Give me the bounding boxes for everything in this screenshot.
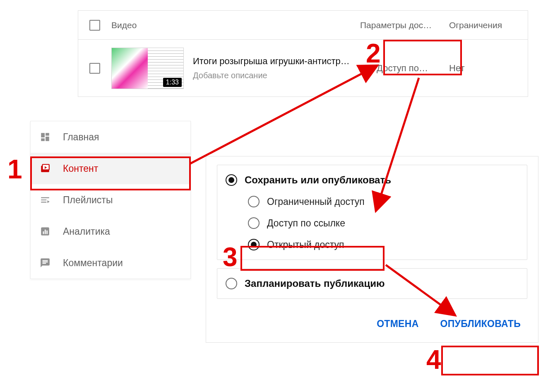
video-title[interactable]: Итоги розыгрыша игрушки-антистр… <box>193 56 350 67</box>
sidebar-item-content[interactable]: Контент <box>31 153 190 184</box>
radio-label: Сохранить или опубликовать <box>245 174 391 186</box>
row-checkbox-cell <box>78 63 111 74</box>
row-access-cell[interactable]: Доступ по… <box>360 63 449 74</box>
content-icon <box>40 163 50 174</box>
radio-save-publish[interactable]: Сохранить или опубликовать <box>226 174 519 186</box>
sidebar-item-label: Комментарии <box>63 257 123 269</box>
table-header-row: Видео Параметры дос… Ограничения <box>78 11 528 40</box>
row-checkbox[interactable] <box>89 63 100 74</box>
visibility-dialog: Сохранить или опубликовать Ограниченный … <box>206 156 538 343</box>
radio-icon <box>248 217 260 229</box>
sidebar-item-label: Аналитика <box>63 226 110 237</box>
video-thumbnail[interactable]: 1:33 <box>111 48 184 89</box>
header-checkbox-cell <box>78 20 111 31</box>
video-duration: 1:33 <box>163 78 182 87</box>
access-label: Доступ по… <box>377 63 428 74</box>
visibility-icon <box>360 63 372 74</box>
svg-rect-4 <box>45 230 46 234</box>
header-video: Видео <box>111 20 360 30</box>
sidebar-item-analytics[interactable]: Аналитика <box>31 216 190 247</box>
header-restrictions: Ограничения <box>449 20 528 30</box>
radio-icon <box>248 196 260 207</box>
sidebar: Главная Контент Плейлисты Аналитика Комм… <box>30 121 191 279</box>
video-table: Видео Параметры дос… Ограничения 1:33 Ит… <box>78 10 528 97</box>
radio-icon <box>226 278 237 289</box>
playlist-icon <box>40 195 50 205</box>
radio-label: Ограниченный доступ <box>267 196 365 207</box>
radio-label: Доступ по ссылке <box>267 218 345 229</box>
save-publish-card: Сохранить или опубликовать Ограниченный … <box>217 165 527 260</box>
svg-rect-3 <box>43 231 44 234</box>
sidebar-item-label: Контент <box>63 163 98 174</box>
sidebar-item-playlists[interactable]: Плейлисты <box>31 184 190 216</box>
radio-label: Открытый доступ <box>267 239 344 250</box>
analytics-icon <box>40 226 50 237</box>
radio-label: Запланировать публикацию <box>245 278 385 289</box>
radio-unlisted[interactable]: Доступ по ссылке <box>248 217 519 229</box>
table-row[interactable]: 1:33 Итоги розыгрыша игрушки-антистр… До… <box>78 40 528 97</box>
radio-private[interactable]: Ограниченный доступ <box>248 196 519 207</box>
radio-icon <box>226 174 237 186</box>
annotation-box-4 <box>441 346 539 375</box>
header-access: Параметры дос… <box>360 20 449 30</box>
radio-public[interactable]: Открытый доступ <box>248 239 519 250</box>
sidebar-item-label: Плейлисты <box>63 195 113 206</box>
select-all-checkbox[interactable] <box>89 20 100 31</box>
publish-button[interactable]: ОПУБЛИКОВАТЬ <box>438 318 523 330</box>
radio-schedule[interactable]: Запланировать публикацию <box>226 278 519 289</box>
annotation-number-4: 4 <box>426 344 441 375</box>
row-restrictions: Нет <box>449 63 528 74</box>
schedule-card: Запланировать публикацию <box>217 268 527 299</box>
sidebar-item-comments[interactable]: Комментарии <box>31 247 190 279</box>
video-description-placeholder[interactable]: Добавьте описание <box>193 71 350 80</box>
svg-rect-5 <box>46 231 48 234</box>
comments-icon <box>40 257 50 268</box>
sidebar-item-home[interactable]: Главная <box>31 121 190 153</box>
dialog-actions: ОТМЕНА ОПУБЛИКОВАТЬ <box>206 307 538 342</box>
sidebar-item-label: Главная <box>63 132 99 143</box>
radio-icon <box>248 239 260 250</box>
row-video-cell: 1:33 Итоги розыгрыша игрушки-антистр… До… <box>111 48 360 89</box>
dashboard-icon <box>40 132 50 142</box>
annotation-number-1: 1 <box>7 154 22 185</box>
cancel-button[interactable]: ОТМЕНА <box>374 318 421 330</box>
video-meta: Итоги розыгрыша игрушки-антистр… Добавьт… <box>193 56 350 80</box>
